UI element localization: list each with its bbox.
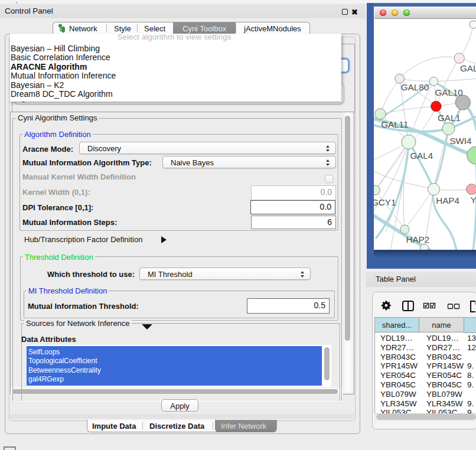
svg-text:Y: Y (471, 195, 476, 205)
svg-text:GAL: GAL (460, 63, 476, 73)
svg-text:GAL80: GAL80 (401, 82, 429, 92)
svg-text:HAP2: HAP2 (406, 234, 430, 244)
svg-text:GCY1: GCY1 (374, 197, 396, 207)
svg-text:HAP4: HAP4 (436, 195, 459, 206)
svg-text:GAL4: GAL4 (410, 151, 433, 161)
svg-text:SWI4: SWI4 (449, 136, 471, 146)
svg-text:GAL1: GAL1 (438, 113, 461, 123)
svg-text:GAL10: GAL10 (435, 87, 463, 97)
svg-text:GAL11: GAL11 (381, 119, 408, 129)
